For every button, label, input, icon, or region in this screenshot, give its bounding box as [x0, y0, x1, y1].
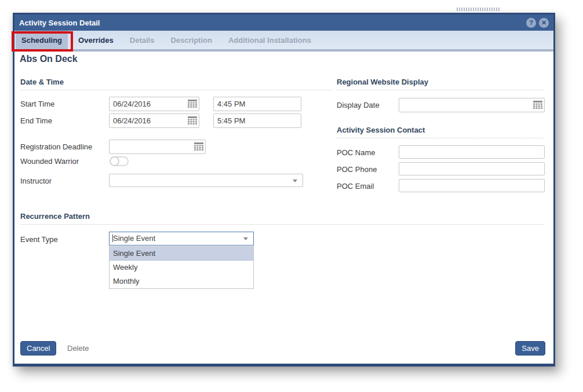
tab-additional-installations: Additional Installations	[223, 31, 317, 49]
activity-session-detail-dialog: Activity Session Detail ? ✕ Scheduling O…	[13, 13, 555, 367]
recurrence-pattern-heading: Recurrence Pattern	[20, 212, 90, 221]
regional-website-display-heading: Regional Website Display	[337, 78, 428, 86]
dialog-tabbar: Scheduling Overrides Details Description…	[14, 31, 553, 52]
display-date-label: Display Date	[337, 101, 380, 109]
tab-overrides[interactable]: Overrides	[72, 31, 119, 49]
registration-deadline-field-wrap	[109, 140, 206, 154]
activity-session-contact-heading: Activity Session Contact	[337, 126, 425, 134]
end-date-input[interactable]	[109, 113, 199, 128]
delete-button[interactable]: Delete	[67, 344, 89, 353]
start-time-input[interactable]	[213, 97, 301, 111]
wounded-warrior-toggle[interactable]	[110, 156, 129, 166]
event-type-option-list: Single Event Weekly Monthly	[109, 246, 254, 289]
registration-deadline-label: Registration Deadline	[20, 142, 92, 151]
tab-overrides-label: Overrides	[78, 36, 114, 45]
poc-phone-label: POC Phone	[337, 165, 377, 174]
event-type-label: Event Type	[20, 235, 58, 244]
dialog-title: Activity Session Detail	[19, 19, 100, 27]
option-single-event[interactable]: Single Event	[110, 247, 253, 261]
tab-details-label: Details	[130, 36, 155, 45]
start-date-field-wrap	[109, 97, 199, 111]
page-background: Activity Session Detail ? ✕ Scheduling O…	[0, 0, 583, 392]
poc-email-label: POC Email	[337, 182, 374, 190]
start-time-label: Start Time	[20, 100, 54, 108]
poc-name-label: POC Name	[337, 148, 375, 157]
event-type-value: Single Event	[113, 234, 155, 243]
section-divider	[20, 90, 332, 90]
tab-description: Description	[165, 31, 218, 49]
registration-deadline-calendar-icon[interactable]	[194, 142, 203, 151]
end-date-calendar-icon[interactable]	[188, 116, 197, 124]
poc-email-input[interactable]	[399, 179, 545, 192]
display-date-input[interactable]	[399, 98, 545, 112]
help-icon[interactable]: ?	[526, 18, 536, 28]
tab-additional-installations-label: Additional Installations	[228, 36, 311, 45]
titlebar-icons: ? ✕	[526, 18, 549, 28]
display-date-calendar-icon[interactable]	[533, 101, 542, 109]
tab-scheduling-label: Scheduling	[21, 36, 62, 45]
chevron-down-icon	[243, 237, 248, 240]
instructor-label: Instructor	[20, 177, 52, 185]
registration-deadline-input[interactable]	[109, 140, 206, 154]
tab-scheduling[interactable]: Scheduling	[16, 31, 68, 49]
event-type-combobox[interactable]: Single Event	[109, 232, 254, 246]
cancel-button[interactable]: Cancel	[20, 341, 56, 356]
option-weekly[interactable]: Weekly	[110, 261, 253, 274]
dialog-titlebar: Activity Session Detail ? ✕	[14, 14, 553, 31]
toggle-knob	[110, 156, 119, 166]
instructor-dropdown[interactable]	[109, 174, 303, 187]
end-time-input[interactable]	[213, 113, 301, 128]
close-icon[interactable]: ✕	[539, 18, 549, 28]
tab-description-label: Description	[170, 36, 212, 45]
start-date-input[interactable]	[109, 97, 199, 111]
start-date-calendar-icon[interactable]	[188, 100, 197, 108]
end-time-label: End Time	[20, 116, 52, 125]
poc-name-input[interactable]	[399, 145, 545, 159]
clipped-background-text-artifact	[457, 8, 500, 11]
end-date-field-wrap	[109, 113, 199, 128]
section-divider	[337, 90, 544, 90]
section-divider	[337, 138, 544, 138]
display-date-field-wrap	[399, 98, 545, 112]
poc-phone-input[interactable]	[399, 162, 545, 175]
option-monthly[interactable]: Monthly	[110, 274, 253, 288]
wounded-warrior-label: Wounded Warrior	[20, 157, 79, 166]
page-title: Abs On Deck	[20, 54, 78, 64]
chevron-down-icon	[293, 179, 297, 182]
tab-details: Details	[124, 31, 161, 49]
section-divider	[20, 224, 544, 225]
dialog-content: Abs On Deck Date & Time Start Time End T…	[14, 52, 553, 363]
save-button[interactable]: Save	[515, 341, 545, 356]
date-time-heading: Date & Time	[20, 78, 64, 86]
